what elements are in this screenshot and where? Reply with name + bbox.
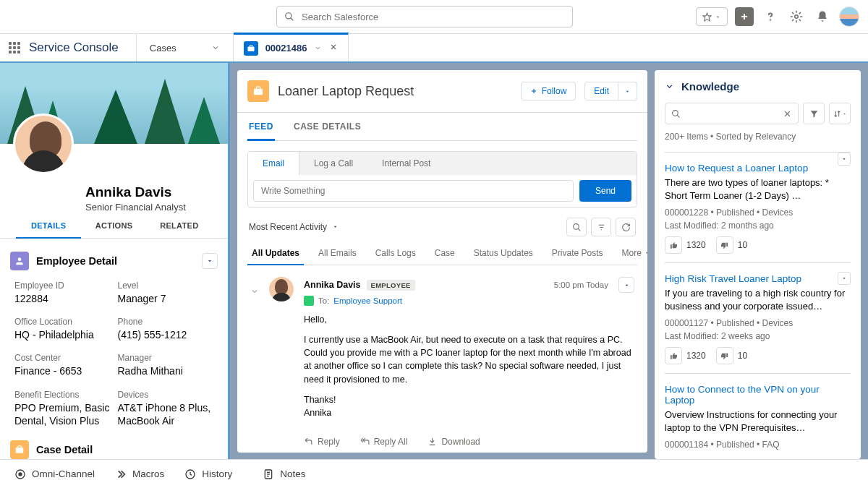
feed-filter[interactable] <box>591 218 611 236</box>
field-value: Finance - 6653 <box>14 364 111 377</box>
collapse-toggle[interactable] <box>250 277 259 447</box>
funnel-icon <box>809 109 819 119</box>
settings-button[interactable] <box>787 7 806 26</box>
download-icon <box>427 437 437 446</box>
vote-down[interactable]: 10 <box>716 347 747 364</box>
activity-sort[interactable]: Most Recent Activity <box>249 222 339 232</box>
knowledge-meta: 200+ Items • Sorted by Relevancy <box>665 132 851 142</box>
knowledge-sort[interactable] <box>829 103 851 124</box>
article-title[interactable]: How to Request a Loaner Laptop <box>665 163 851 174</box>
compose-input[interactable] <box>253 180 574 202</box>
follow-button[interactable]: Follow <box>521 82 576 100</box>
history[interactable]: History <box>184 468 232 480</box>
edit-menu[interactable] <box>618 82 637 100</box>
profile-avatar[interactable] <box>13 114 74 174</box>
macros-icon <box>115 468 127 480</box>
add-button[interactable] <box>735 7 754 26</box>
reply-all-button[interactable]: Reply All <box>360 437 408 447</box>
compose-tab-email[interactable]: Email <box>248 152 299 175</box>
tab-case-details[interactable]: CASE DETAILS <box>292 113 362 140</box>
section-title: Employee Detail <box>36 255 195 267</box>
vote-up[interactable]: 1320 <box>665 347 706 364</box>
vote-down[interactable]: 10 <box>716 236 747 254</box>
object-dropdown-label: Cases <box>150 43 176 53</box>
case-title: Loaner Laptop Request <box>278 84 512 99</box>
app-launcher[interactable] <box>0 34 29 61</box>
compose: Email Log a Call Internal Post Send <box>247 151 637 207</box>
tab-feed[interactable]: FEED <box>247 113 275 141</box>
employee-fields: Employee ID122884 LevelManager 7 Office … <box>0 281 228 427</box>
knowledge-search[interactable] <box>665 103 799 124</box>
article-menu[interactable] <box>838 272 851 285</box>
subtab-all-updates[interactable]: All Updates <box>247 242 304 265</box>
article-title[interactable]: How to Connect to the VPN on your Laptop <box>665 384 851 406</box>
field-label: Level <box>118 281 214 291</box>
user-avatar[interactable] <box>839 7 859 27</box>
favorites-button[interactable] <box>696 7 728 26</box>
case-workspace: Loaner Laptop Request Follow Edit FEED C… <box>237 70 647 453</box>
compose-tab-internal[interactable]: Internal Post <box>367 152 445 175</box>
compose-tab-call[interactable]: Log a Call <box>299 152 367 175</box>
article-meta: 000001184PublishedFAQ <box>665 440 851 450</box>
svg-line-21 <box>677 115 679 117</box>
chevron-down-icon <box>842 111 847 116</box>
chevron-down-icon[interactable] <box>665 82 674 91</box>
subtab-case[interactable]: Case <box>430 242 459 265</box>
notes-icon <box>263 468 274 480</box>
search-input[interactable] <box>302 12 565 22</box>
post-recipient[interactable]: Employee Support <box>333 296 402 305</box>
article-snippet: If you are traveling to a high risk coun… <box>665 287 851 312</box>
subtab-calls[interactable]: Calls Logs <box>371 242 420 265</box>
omni-channel[interactable]: Omni-Channel <box>14 468 95 480</box>
object-dropdown[interactable]: Cases <box>136 34 234 61</box>
edit-button[interactable]: Edit <box>584 82 618 100</box>
question-icon <box>764 10 777 23</box>
knowledge-filter[interactable] <box>803 103 825 124</box>
app-nav: Service Console Cases 00021486 <box>0 34 868 63</box>
profile-role: Senior Financial Analyst <box>85 202 228 213</box>
feed-search[interactable] <box>566 218 587 236</box>
svg-point-20 <box>673 110 678 116</box>
utility-bar: Omni-Channel Macros History Notes <box>0 459 868 488</box>
post-avatar[interactable] <box>269 277 294 301</box>
macros[interactable]: Macros <box>115 468 164 480</box>
field-value: Manager 7 <box>118 292 214 305</box>
post-menu[interactable] <box>618 277 634 293</box>
feed-refresh[interactable] <box>616 218 636 236</box>
tab-actions[interactable]: ACTIONS <box>81 213 146 238</box>
subtab-more[interactable]: More <box>618 242 647 265</box>
section-title: Case Detail <box>36 444 218 455</box>
section-menu[interactable] <box>202 253 218 269</box>
chevron-down-icon <box>211 43 220 52</box>
notifications-button[interactable] <box>813 7 832 26</box>
article-title[interactable]: High Risk Travel Loaner Laptop <box>665 273 851 284</box>
svg-point-6 <box>795 15 799 19</box>
tab-related[interactable]: RELATED <box>147 213 212 238</box>
reply-button[interactable]: Reply <box>304 437 340 447</box>
notes[interactable]: Notes <box>263 468 305 480</box>
close-icon[interactable] <box>783 109 792 119</box>
subtab-private[interactable]: Private Posts <box>548 242 608 265</box>
svg-rect-12 <box>254 89 263 95</box>
case-icon <box>10 440 29 459</box>
chevron-down-icon[interactable] <box>314 44 322 52</box>
workspace-tab[interactable]: 00021486 <box>234 33 349 61</box>
send-button[interactable]: Send <box>579 180 631 202</box>
field-value: HQ - Philadelphia <box>14 328 111 341</box>
knowledge-title: Knowledge <box>681 80 739 93</box>
chevron-down-icon <box>841 156 847 162</box>
help-button[interactable] <box>761 7 780 26</box>
article-menu[interactable] <box>838 153 851 166</box>
subtab-all-emails[interactable]: All Emails <box>314 242 361 265</box>
subtab-status[interactable]: Status Updates <box>469 242 537 265</box>
post-author[interactable]: Annika Davis <box>304 280 361 290</box>
tab-details[interactable]: DETAILS <box>16 213 81 239</box>
close-tab[interactable] <box>329 43 338 53</box>
knowledge-article: How to Connect to the VPN on your Laptop… <box>665 373 851 459</box>
download-button[interactable]: Download <box>427 437 480 447</box>
vote-up[interactable]: 1320 <box>665 236 706 254</box>
history-icon <box>184 468 196 480</box>
global-search[interactable] <box>276 6 573 27</box>
thumb-up-icon <box>670 241 678 249</box>
chevron-down-icon <box>624 88 631 95</box>
